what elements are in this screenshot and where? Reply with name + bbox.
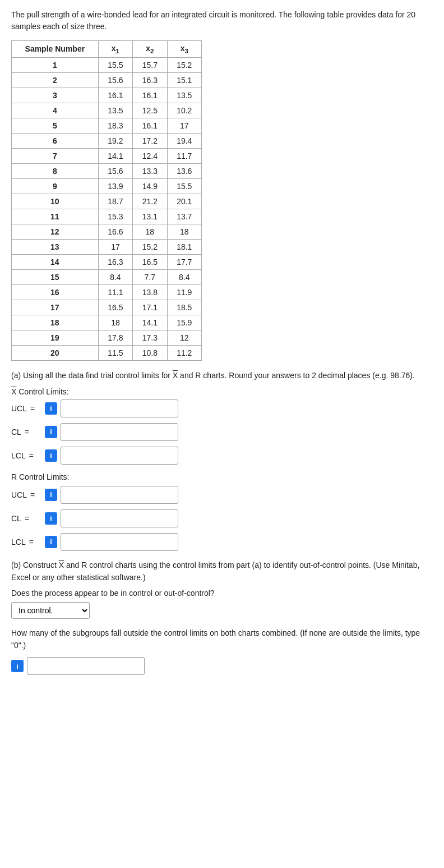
table-x3: 17 [167, 118, 201, 133]
table-x1: 14.1 [98, 148, 132, 163]
data-table: Sample Number x1 x2 x3 115.515.715.2215.… [11, 40, 202, 361]
table-x3: 19.4 [167, 133, 201, 148]
intro-text: The pull strength of a wire-bonded lead … [11, 9, 433, 33]
table-sample-number: 7 [12, 148, 99, 163]
table-x1: 16.5 [98, 300, 132, 315]
table-x3: 13.7 [167, 209, 201, 224]
xbar-ucl-label: UCL = [11, 404, 45, 413]
table-sample-number: 13 [12, 239, 99, 254]
col-header-x3: x3 [167, 41, 201, 58]
table-x2: 16.3 [133, 72, 167, 88]
col-header-sample: Sample Number [12, 41, 99, 58]
table-x1: 16.6 [98, 224, 132, 239]
table-x3: 18.5 [167, 300, 201, 315]
r-ucl-info-badge: i [45, 489, 57, 501]
table-x2: 16.1 [133, 88, 167, 103]
table-x3: 8.4 [167, 269, 201, 284]
r-ucl-input[interactable] [61, 486, 178, 504]
table-x3: 12 [167, 330, 201, 345]
table-x2: 21.2 [133, 194, 167, 209]
table-x3: 11.7 [167, 148, 201, 163]
table-sample-number: 4 [12, 103, 99, 118]
col-header-x1: x1 [98, 41, 132, 58]
table-x1: 18.3 [98, 118, 132, 133]
part-a-text: (a) Using all the data find trial contro… [11, 370, 433, 382]
table-x1: 11.1 [98, 284, 132, 300]
table-sample-number: 15 [12, 269, 99, 284]
table-sample-number: 19 [12, 330, 99, 345]
table-sample-number: 20 [12, 345, 99, 360]
xbar-cl-input[interactable] [61, 423, 178, 441]
r-lcl-input[interactable] [61, 533, 178, 551]
xbar-lcl-label: LCL = [11, 451, 45, 460]
r-cl-label: CL = [11, 514, 45, 523]
table-x2: 13.3 [133, 163, 167, 178]
xbar-lcl-input[interactable] [61, 447, 178, 465]
subgroup-question: How many of the subgroups fall outside t… [11, 627, 433, 652]
xbar-ucl-row: UCL = i [11, 399, 433, 417]
table-sample-number: 8 [12, 163, 99, 178]
table-sample-number: 9 [12, 178, 99, 194]
table-x1: 13.5 [98, 103, 132, 118]
table-x2: 17.2 [133, 133, 167, 148]
table-x2: 18 [133, 224, 167, 239]
table-x2: 15.2 [133, 239, 167, 254]
table-x3: 17.7 [167, 254, 201, 269]
in-control-question: Does the process appear to be in control… [11, 589, 433, 598]
table-x2: 16.5 [133, 254, 167, 269]
table-x1: 8.4 [98, 269, 132, 284]
subgroup-input-row: i [11, 657, 433, 675]
r-lcl-label: LCL = [11, 538, 45, 546]
xbar-label: X Control Limits: [11, 387, 433, 396]
table-x2: 17.1 [133, 300, 167, 315]
col-header-x2: x2 [133, 41, 167, 58]
table-sample-number: 11 [12, 209, 99, 224]
table-x1: 16.3 [98, 254, 132, 269]
table-sample-number: 5 [12, 118, 99, 133]
table-sample-number: 14 [12, 254, 99, 269]
table-x1: 15.6 [98, 163, 132, 178]
table-sample-number: 16 [12, 284, 99, 300]
table-x1: 17.8 [98, 330, 132, 345]
table-x3: 11.2 [167, 345, 201, 360]
in-control-dropdown[interactable]: In control. Out of control. [11, 602, 90, 619]
table-sample-number: 10 [12, 194, 99, 209]
subgroup-input[interactable] [27, 657, 145, 675]
table-x3: 15.1 [167, 72, 201, 88]
table-x3: 11.9 [167, 284, 201, 300]
xbar-lcl-info-badge: i [45, 449, 57, 462]
r-ucl-row: UCL = i [11, 486, 433, 504]
table-x3: 13.5 [167, 88, 201, 103]
table-sample-number: 6 [12, 133, 99, 148]
table-x2: 17.3 [133, 330, 167, 345]
xbar-ucl-info-badge: i [45, 402, 57, 415]
r-cl-input[interactable] [61, 509, 178, 527]
table-sample-number: 1 [12, 57, 99, 72]
table-x3: 20.1 [167, 194, 201, 209]
table-x3: 15.5 [167, 178, 201, 194]
table-x1: 13.9 [98, 178, 132, 194]
table-x1: 15.3 [98, 209, 132, 224]
r-ucl-label: UCL = [11, 490, 45, 499]
subgroup-info-badge: i [11, 660, 24, 672]
table-x1: 16.1 [98, 88, 132, 103]
table-x2: 7.7 [133, 269, 167, 284]
r-cl-row: CL = i [11, 509, 433, 527]
table-x2: 16.1 [133, 118, 167, 133]
table-x2: 12.4 [133, 148, 167, 163]
table-x3: 13.6 [167, 163, 201, 178]
r-lcl-row: LCL = i [11, 533, 433, 551]
xbar-cl-info-badge: i [45, 426, 57, 438]
table-x2: 13.8 [133, 284, 167, 300]
table-x2: 14.9 [133, 178, 167, 194]
xbar-lcl-row: LCL = i [11, 447, 433, 465]
table-x1: 15.5 [98, 57, 132, 72]
table-x2: 13.1 [133, 209, 167, 224]
xbar-ucl-input[interactable] [61, 399, 178, 417]
in-control-dropdown-row: In control. Out of control. [11, 602, 433, 619]
table-x3: 10.2 [167, 103, 201, 118]
table-x3: 15.9 [167, 315, 201, 330]
r-lcl-info-badge: i [45, 536, 57, 548]
table-x1: 19.2 [98, 133, 132, 148]
table-x1: 18 [98, 315, 132, 330]
